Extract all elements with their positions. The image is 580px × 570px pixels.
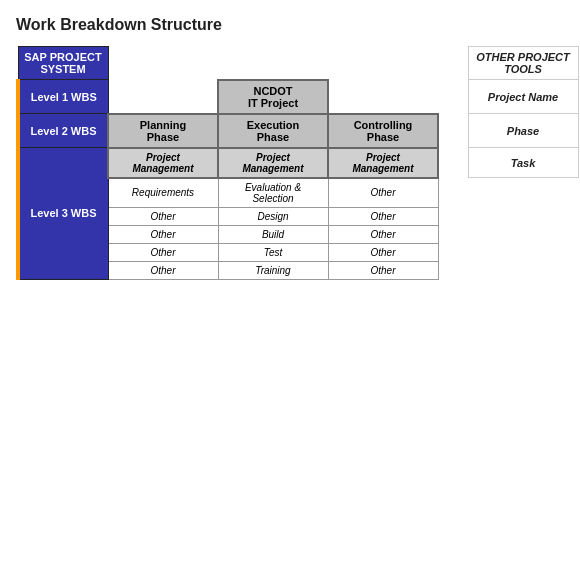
- task-other-4-planning: Other: [108, 243, 218, 261]
- other-header: OTHER PROJECT TOOLS: [468, 47, 578, 80]
- ncdot-cell: NCDOTIT Project: [218, 80, 328, 114]
- task-controlling-pm: ProjectManagement: [328, 148, 438, 178]
- task-build: Build: [218, 225, 328, 243]
- header-row: SAP PROJECT SYSTEM OTHER PROJECT TOOLS: [18, 47, 578, 80]
- task-other-1-controlling: Other: [328, 178, 438, 208]
- task-other-3-planning: Other: [108, 225, 218, 243]
- task-other-5-planning: Other: [108, 261, 218, 279]
- sap-header: SAP PROJECT SYSTEM: [18, 47, 108, 80]
- execution-phase: ExecutionPhase: [218, 114, 328, 148]
- level2-row: Level 2 WBS PlanningPhase ExecutionPhase…: [18, 114, 578, 148]
- task-training: Training: [218, 261, 328, 279]
- level1-row: Level 1 WBS NCDOTIT Project Project Name: [18, 80, 578, 114]
- controlling-phase: ControllingPhase: [328, 114, 438, 148]
- phase-label: Phase: [468, 114, 578, 148]
- task-requirements: Requirements: [108, 178, 218, 208]
- page-title: Work Breakdown Structure: [16, 16, 564, 34]
- task-other-2-planning: Other: [108, 207, 218, 225]
- task-other-5-controlling: Other: [328, 261, 438, 279]
- wbs-table: SAP PROJECT SYSTEM OTHER PROJECT TOOLS L…: [16, 46, 579, 280]
- task-execution-pm: ProjectManagement: [218, 148, 328, 178]
- level3-row-pm: Level 3 WBS ProjectManagement ProjectMan…: [18, 148, 578, 178]
- task-design: Design: [218, 207, 328, 225]
- level2-label: Level 2 WBS: [18, 114, 108, 148]
- level1-label: Level 1 WBS: [18, 80, 108, 114]
- task-label: Task: [468, 148, 578, 178]
- task-other-3-controlling: Other: [328, 225, 438, 243]
- task-evaluation: Evaluation &Selection: [218, 178, 328, 208]
- task-other-2-controlling: Other: [328, 207, 438, 225]
- task-test: Test: [218, 243, 328, 261]
- level3-label: Level 3 WBS: [18, 148, 108, 280]
- planning-phase: PlanningPhase: [108, 114, 218, 148]
- task-other-4-controlling: Other: [328, 243, 438, 261]
- project-name-label: Project Name: [468, 80, 578, 114]
- task-planning-pm: ProjectManagement: [108, 148, 218, 178]
